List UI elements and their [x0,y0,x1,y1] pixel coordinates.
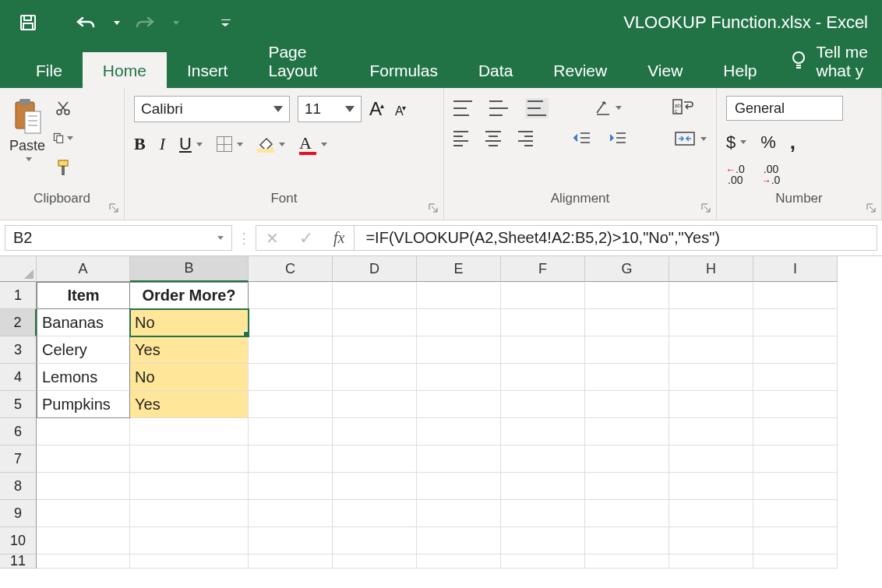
align-bottom-button[interactable] [525,98,549,118]
cell-A4[interactable]: Lemons [37,364,130,391]
col-header-C[interactable]: C [249,256,333,282]
name-box[interactable]: B2 [5,225,232,251]
insert-function-button[interactable]: fx [333,229,344,247]
cell-G10[interactable] [585,527,669,555]
tell-me-search[interactable]: Tell me what y [782,33,882,88]
formula-input[interactable]: =IF(VLOOKUP(A2,Sheet4!A2:B5,2)>10,"No","… [355,225,877,251]
cell-B2[interactable]: No [130,309,249,336]
paste-button[interactable]: Paste [9,94,45,188]
customize-qat-icon[interactable] [215,12,237,33]
cell-F8[interactable] [501,473,585,500]
cell-A8[interactable] [37,473,130,500]
cell-C11[interactable] [249,555,333,569]
cell-B5[interactable]: Yes [130,391,249,418]
font-launcher-icon[interactable] [428,202,439,213]
tab-home[interactable]: Home [83,52,167,88]
copy-button[interactable] [53,129,73,147]
col-header-A[interactable]: A [37,256,130,282]
cell-F6[interactable] [501,418,585,445]
cell-C8[interactable] [249,473,333,500]
cell-B4[interactable]: No [130,364,249,391]
col-header-G[interactable]: G [585,256,669,282]
paste-dropdown-icon[interactable] [26,157,32,161]
align-right-button[interactable] [518,131,533,146]
cell-G3[interactable] [585,336,669,364]
cell-G1[interactable] [585,282,669,309]
cell-A6[interactable] [37,418,130,445]
cell-C4[interactable] [249,364,333,391]
cell-A5[interactable]: Pumpkins [37,391,130,418]
cell-H3[interactable] [669,336,753,364]
cell-I6[interactable] [753,418,838,445]
font-size-combo[interactable]: 11 [298,96,362,122]
decrease-indent-button[interactable] [573,130,591,148]
cell-I1[interactable] [753,282,838,309]
cell-E7[interactable] [417,445,501,473]
tab-page-layout[interactable]: Page Layout [248,33,349,88]
cell-H2[interactable] [669,309,753,336]
cell-I3[interactable] [753,336,838,364]
row-header-6[interactable]: 6 [0,418,37,445]
cell-G2[interactable] [585,309,669,336]
wrap-text-button[interactable]: abc [672,97,693,118]
fill-color-button[interactable] [257,136,285,153]
cell-G9[interactable] [585,500,669,527]
col-header-B[interactable]: B [130,256,249,282]
align-left-button[interactable] [453,131,468,146]
cell-D4[interactable] [333,364,417,391]
cell-B1[interactable]: Order More? [130,282,249,309]
cell-D1[interactable] [333,282,417,309]
cell-I8[interactable] [753,473,838,500]
cell-I11[interactable] [753,555,838,569]
cell-G11[interactable] [585,555,669,569]
cell-F1[interactable] [501,282,585,309]
cell-I4[interactable] [753,364,838,391]
col-header-D[interactable]: D [333,256,417,282]
cell-A10[interactable] [37,527,130,555]
alignment-launcher-icon[interactable] [700,202,711,213]
row-header-3[interactable]: 3 [0,336,37,364]
cell-E10[interactable] [417,527,501,555]
cell-F7[interactable] [501,445,585,473]
cell-C3[interactable] [249,336,333,364]
cell-F10[interactable] [501,527,585,555]
cell-B8[interactable] [130,473,249,500]
increase-decimal-button[interactable]: ←.0.00 [726,164,745,185]
col-header-H[interactable]: H [669,256,753,282]
cell-C2[interactable] [249,309,333,336]
cell-D7[interactable] [333,445,417,473]
number-format-combo[interactable]: General [726,96,843,121]
cell-C1[interactable] [249,282,333,309]
cell-D6[interactable] [333,418,417,445]
cell-H1[interactable] [669,282,753,309]
cell-G8[interactable] [585,473,669,500]
undo-dropdown-icon[interactable] [114,21,120,25]
cell-H7[interactable] [669,445,753,473]
cell-F4[interactable] [501,364,585,391]
col-header-E[interactable]: E [417,256,501,282]
cell-H11[interactable] [669,555,753,569]
decrease-font-size-button[interactable]: A▾ [395,104,406,118]
cell-I7[interactable] [753,445,838,473]
cell-C5[interactable] [249,391,333,418]
cell-A2[interactable]: Bananas [37,309,130,336]
cell-H6[interactable] [669,418,753,445]
select-all-corner[interactable] [0,256,37,282]
increase-font-size-button[interactable]: A▴ [369,98,384,120]
row-header-9[interactable]: 9 [0,500,37,527]
cell-G4[interactable] [585,364,669,391]
col-header-I[interactable]: I [753,256,838,282]
cell-G5[interactable] [585,391,669,418]
cell-E9[interactable] [417,500,501,527]
tab-formulas[interactable]: Formulas [349,52,458,88]
font-name-combo[interactable]: Calibri [134,96,290,122]
row-header-5[interactable]: 5 [0,391,37,418]
cell-B7[interactable] [130,445,249,473]
cell-E11[interactable] [417,555,501,569]
cell-H8[interactable] [669,473,753,500]
cell-D8[interactable] [333,473,417,500]
cut-button[interactable] [53,99,73,118]
cell-E4[interactable] [417,364,501,391]
cell-I9[interactable] [753,500,838,527]
bold-button[interactable]: B [134,134,146,154]
